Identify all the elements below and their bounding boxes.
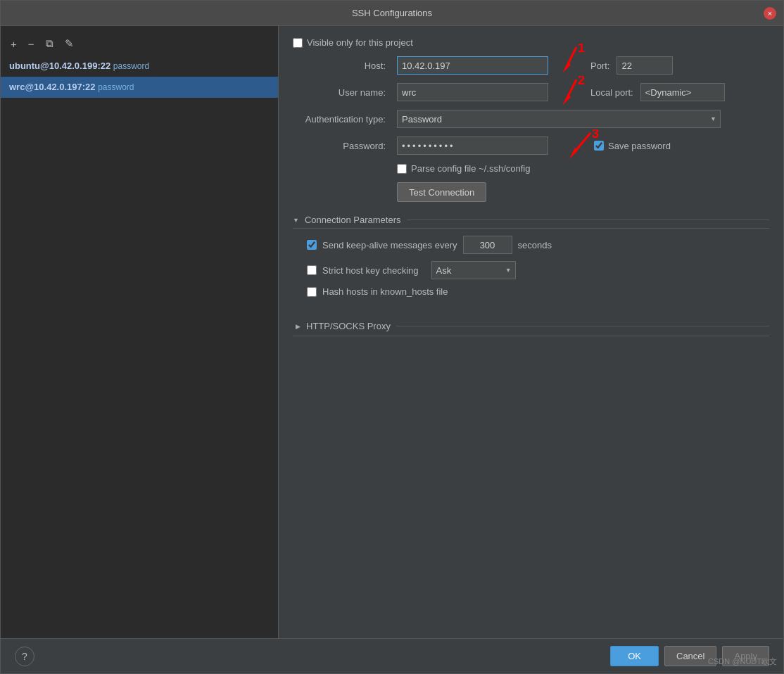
parse-config-checkbox-label[interactable]: Parse config file ~/.ssh/config [397,163,530,174]
password-input-wrapper: 3 [397,136,548,155]
svg-line-6 [573,133,590,154]
proxy-section: ▶ HTTP/SOCKS Proxy [293,312,769,336]
close-button[interactable]: × [764,7,776,20]
port-input[interactable] [617,56,673,75]
sidebar-item-2-type: password [98,82,134,92]
username-label: User name: [293,87,391,98]
host-field-row: Host: 1 Port: [293,56,769,75]
svg-marker-1 [562,62,571,73]
port-label: Port: [590,61,609,71]
parse-config-checkbox[interactable] [397,164,407,174]
connection-params-title: Connection Parameters [305,215,401,225]
proxy-title: HTTP/SOCKS Proxy [306,321,391,331]
password-value-area: 3 Save password [397,136,769,155]
username-field-row: User name: 2 Local port: [293,83,769,101]
hash-hosts-checkbox[interactable] [307,287,317,297]
auth-type-select-wrapper: Password Key pair OpenSSH config and aut… [397,110,721,128]
arrow-1-annotation: 1 [541,44,590,79]
hash-hosts-label: Hash hosts in known_hosts file [322,286,448,297]
proxy-section-line [396,326,769,326]
visible-project-label: Visible only for this project [307,37,413,48]
keep-alive-label: Send keep-alive messages every [322,240,457,250]
save-password-checkbox[interactable] [594,141,604,151]
connection-params-header[interactable]: ▼ Connection Parameters [293,215,769,229]
visible-project-checkbox[interactable] [293,38,303,48]
copy-config-button[interactable]: ⧉ [43,36,56,51]
connection-params-line [407,220,770,220]
footer-left: ? [15,647,34,666]
dialog-footer: ? OK Cancel Apply [1,638,783,673]
sidebar-toolbar: + − ⧉ ✎ [1,32,278,56]
remove-config-button[interactable]: − [25,37,37,51]
help-button[interactable]: ? [15,647,34,666]
password-input[interactable] [397,136,548,155]
proxy-header[interactable]: ▶ HTTP/SOCKS Proxy [293,317,769,336]
auth-type-label: Authentication type: [293,114,391,125]
ok-button[interactable]: OK [610,646,659,666]
connection-params-triangle: ▼ [293,217,299,224]
svg-text:2: 2 [578,76,585,87]
host-input[interactable] [397,56,548,75]
hash-hosts-row: Hash hosts in known_hosts file [307,286,755,297]
svg-line-0 [566,47,576,68]
right-panel: Visible only for this project Host: 1 [279,26,783,638]
connection-params-section: ▼ Connection Parameters Send keep-alive … [293,210,769,304]
sidebar-item-1-type: password [113,61,149,71]
password-field-row: Password: 3 Save password [293,136,769,155]
auth-type-field-row: Authentication type: Password Key pair O… [293,110,769,128]
strict-host-label: Strict host key checking [322,265,419,276]
connection-params-content: Send keep-alive messages every seconds S… [293,229,769,304]
username-value-area: 2 Local port: [397,83,769,101]
strict-host-select[interactable]: Ask Yes No [431,261,516,279]
proxy-triangle: ▶ [296,323,301,330]
edit-config-button[interactable]: ✎ [62,36,77,51]
dialog-body: + − ⧉ ✎ ubuntu@10.42.0.199:22 password w… [1,26,783,638]
watermark: CSDN @NUDT欧文 [708,656,777,667]
dialog-title: SSH Configurations [352,8,432,18]
local-port-input[interactable] [640,83,725,101]
save-password-label: Save password [608,141,671,151]
test-connection-button[interactable]: Test Connection [397,182,486,202]
visible-project-row: Visible only for this project [293,37,769,48]
arrow-2-annotation: 2 [541,76,590,111]
host-value-area: 1 Port: [397,56,769,75]
keep-alive-checkbox[interactable] [307,240,317,250]
host-input-wrapper: 1 [397,56,548,75]
add-config-button[interactable]: + [8,37,20,51]
username-input[interactable] [397,83,548,101]
save-password-checkbox-label[interactable]: Save password [594,141,671,151]
test-connection-row: Test Connection [293,182,769,202]
strict-host-checkbox[interactable] [307,265,317,275]
keep-alive-row: Send keep-alive messages every seconds [307,236,755,254]
username-input-wrapper: 2 [397,83,548,101]
local-port-label: Local port: [590,87,633,98]
parse-config-label: Parse config file ~/.ssh/config [411,163,530,174]
password-label: Password: [293,141,391,151]
sidebar-item-1[interactable]: ubuntu@10.42.0.199:22 password [1,56,278,77]
svg-marker-4 [562,94,571,106]
strict-host-select-wrapper: Ask Yes No [431,261,516,279]
parse-config-row: Parse config file ~/.ssh/config [293,163,769,174]
title-bar: SSH Configurations × [1,1,783,26]
sidebar-item-2[interactable]: wrc@10.42.0.197:22 password [1,77,278,98]
svg-text:3: 3 [592,129,599,141]
sidebar: + − ⧉ ✎ ubuntu@10.42.0.199:22 password w… [1,26,279,638]
strict-host-row: Strict host key checking Ask Yes No [307,261,755,279]
ssh-configurations-dialog: SSH Configurations × + − ⧉ ✎ ubuntu@10.4… [0,0,784,674]
svg-marker-7 [569,148,578,159]
svg-line-3 [566,80,576,101]
keep-alive-unit: seconds [518,240,552,250]
host-label: Host: [293,61,391,71]
sidebar-item-1-host: ubuntu@10.42.0.199:22 [9,61,110,71]
keep-alive-input[interactable] [463,236,512,254]
auth-type-select[interactable]: Password Key pair OpenSSH config and aut… [397,110,721,128]
sidebar-item-2-host: wrc@10.42.0.197:22 [9,82,96,92]
